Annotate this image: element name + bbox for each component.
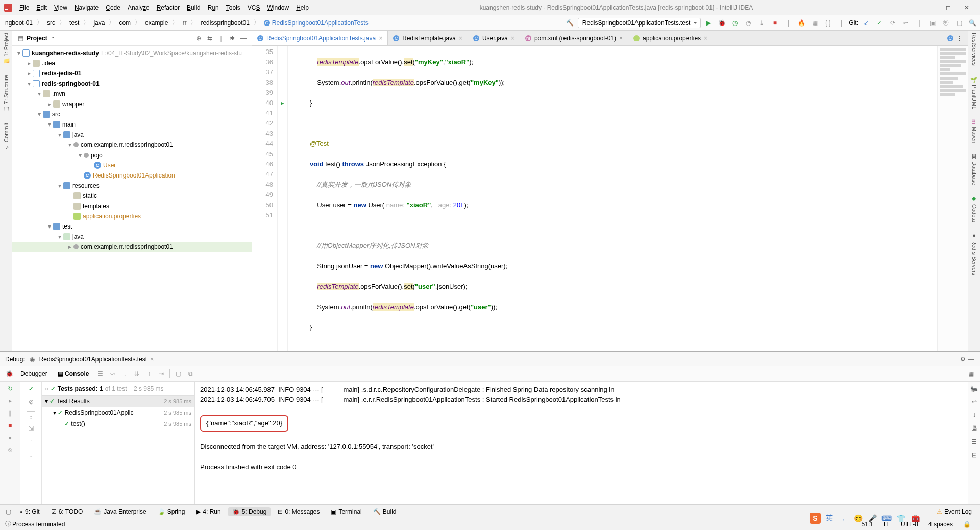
print-icon[interactable]: 🖶	[970, 424, 978, 433]
gear-icon[interactable]: ⚙	[959, 355, 967, 363]
status-info-icon[interactable]: ⓘ	[4, 520, 12, 528]
tab-structure[interactable]: ⬚ 7: Structure	[3, 75, 9, 113]
menu-vcs[interactable]: VCS	[244, 3, 263, 12]
menu-edit[interactable]: Edit	[33, 3, 50, 12]
close-icon[interactable]: ×	[459, 35, 462, 42]
menu-file[interactable]: File	[16, 3, 32, 12]
filter-failed-icon[interactable]: ⊘	[27, 398, 35, 406]
search-icon[interactable]: 🔍	[967, 17, 978, 29]
coverage-icon[interactable]: ◷	[729, 17, 741, 29]
locate-icon[interactable]: ⊕	[194, 34, 203, 42]
tab-overflow[interactable]: C ⋮	[942, 31, 968, 45]
step-out-icon[interactable]: ↑	[145, 370, 153, 378]
close-icon[interactable]: ×	[704, 35, 707, 42]
ime-toolbox-icon[interactable]: 🧰	[910, 513, 921, 524]
bc-1[interactable]: src	[44, 18, 58, 28]
tab-redistemplate[interactable]: CRedisTemplate.java×	[388, 31, 468, 45]
memory-indicator[interactable]: 🔒	[958, 521, 976, 528]
bottom-terminal[interactable]: ▣ Terminal	[327, 507, 365, 516]
git-update-icon[interactable]: ↙	[861, 17, 872, 29]
bc-8[interactable]: CRedisSpringboot01ApplicationTests	[261, 18, 372, 28]
bc-6[interactable]: rr	[179, 18, 189, 28]
menu-run[interactable]: Run	[205, 3, 222, 12]
code-area[interactable]: 3536373839404142434445464748495051 ▸ red…	[252, 46, 968, 351]
bc-3[interactable]: java	[90, 18, 108, 28]
filter-passed-icon[interactable]: ✓	[27, 385, 35, 393]
tab-tests[interactable]: CRedisSpringboot01ApplicationTests.java×	[252, 31, 388, 45]
console-output[interactable]: 2021-12-03 14:06:45.987 INFO 9304 --- [ …	[195, 382, 968, 504]
collapse-all-icon[interactable]: ↑	[27, 438, 35, 446]
ime-emoji-icon[interactable]: 😊	[852, 513, 864, 524]
bc-5[interactable]: example	[142, 18, 171, 28]
stop-debug-icon[interactable]: ■	[6, 421, 14, 430]
attach-icon[interactable]: ⤓	[756, 17, 767, 29]
evaluate-icon[interactable]: ▢	[174, 370, 182, 378]
tab-codota[interactable]: ◆ Codota	[971, 195, 977, 222]
tab-props[interactable]: application.properties×	[628, 31, 713, 45]
test-class-node[interactable]: ▾ ✓ RedisSpringboot01Applic2 s 985 ms	[42, 407, 194, 418]
git-history-icon[interactable]: ⟳	[887, 17, 898, 29]
rerun-icon[interactable]: 🐞	[5, 370, 13, 378]
event-log[interactable]: ⚠ Event Log	[933, 507, 976, 516]
menu-navigate[interactable]: Navigate	[71, 3, 102, 12]
scroll-end-icon[interactable]: ⤓	[970, 411, 978, 419]
clear-icon[interactable]: ☰	[970, 438, 978, 446]
pause-icon[interactable]: ∥	[6, 409, 14, 417]
resume-icon[interactable]: ▸	[6, 397, 14, 405]
build-icon[interactable]: 🔨	[565, 17, 576, 29]
bottom-spring[interactable]: 🍃 Spring	[154, 507, 189, 516]
ime-lang-icon[interactable]: 英	[824, 513, 835, 524]
braces-icon[interactable]: { }	[822, 17, 834, 29]
tab-user[interactable]: CUser.java×	[468, 31, 520, 45]
window-maximize[interactable]: ◻	[939, 1, 958, 15]
bottom-git[interactable]: ⍿ 9: Git	[15, 507, 44, 516]
window-close[interactable]: ✕	[958, 1, 976, 15]
more-icon[interactable]: ⊟	[970, 451, 978, 459]
menu-analyze[interactable]: Analyze	[125, 3, 153, 12]
profile-icon[interactable]: ◔	[743, 17, 754, 29]
soft-wrap-icon[interactable]: ↩	[970, 398, 978, 406]
threads-icon[interactable]: ☰	[96, 370, 104, 378]
force-step-icon[interactable]: ⇊	[133, 370, 141, 378]
ide-settings-icon[interactable]: ▣	[927, 17, 938, 29]
menu-window[interactable]: Window	[264, 3, 292, 12]
code-text[interactable]: redisTemplate.opsForValue().set("myKey",…	[288, 46, 937, 351]
debug-icon[interactable]: 🐞	[716, 17, 727, 29]
collapse-icon[interactable]: ✱	[228, 34, 236, 42]
breakpoints-icon[interactable]: ●	[6, 434, 14, 442]
tab-pom[interactable]: mpom.xml (redis-springboot-01)×	[520, 31, 628, 45]
hide-panel-icon[interactable]: —	[967, 355, 975, 363]
bc-0[interactable]: ngboot-01	[2, 18, 36, 28]
trace-icon[interactable]: ⧉	[186, 370, 194, 378]
ime-keyboard-icon[interactable]: ⌨	[881, 513, 892, 524]
rerun-debug-icon[interactable]: ↻	[6, 385, 14, 393]
mute-bp-icon[interactable]: ⦸	[6, 446, 14, 454]
bottom-build[interactable]: 🔨 Build	[369, 507, 401, 516]
bottom-messages[interactable]: ⊟ 0: Messages	[274, 507, 324, 516]
menu-help[interactable]: Help	[293, 3, 312, 12]
quick-access-icon[interactable]: ▢	[4, 508, 12, 516]
close-icon[interactable]: ×	[619, 35, 623, 42]
scroll-down-icon[interactable]: ↓	[27, 451, 35, 459]
bc-7[interactable]: redisspringboot01	[198, 18, 252, 28]
menu-build[interactable]: Build	[184, 3, 204, 12]
run-gutter-icon[interactable]: ▸	[278, 98, 287, 108]
tab-plantuml[interactable]: 🌱 PlantUML	[971, 76, 977, 109]
ime-mic-icon[interactable]: 🎤	[867, 513, 878, 524]
git-commit-icon[interactable]: ✓	[874, 17, 885, 29]
run-configuration-select[interactable]: RedisSpringboot01ApplicationTests.test	[578, 18, 701, 28]
run-to-cursor-icon[interactable]: ⇥	[157, 370, 165, 378]
close-icon[interactable]: ×	[511, 35, 514, 42]
layout-icon[interactable]: ▦	[967, 370, 975, 378]
test-results-root[interactable]: ▾ ✓ Test Results2 s 985 ms	[42, 396, 194, 407]
sogou-icon[interactable]: S	[810, 513, 821, 524]
bottom-javaee[interactable]: ☕ Java Enterprise	[90, 507, 150, 516]
window-minimize[interactable]: —	[921, 1, 939, 15]
bottom-todo[interactable]: ☑ 6: TODO	[47, 507, 87, 516]
tab-debugger[interactable]: Debugger	[17, 369, 51, 378]
close-icon[interactable]: ×	[379, 35, 382, 42]
run-icon[interactable]: ▶	[703, 17, 714, 29]
sort-icon[interactable]: ↕︎	[27, 411, 35, 419]
minimap[interactable]	[937, 46, 968, 351]
bc-2[interactable]: test	[66, 18, 82, 28]
